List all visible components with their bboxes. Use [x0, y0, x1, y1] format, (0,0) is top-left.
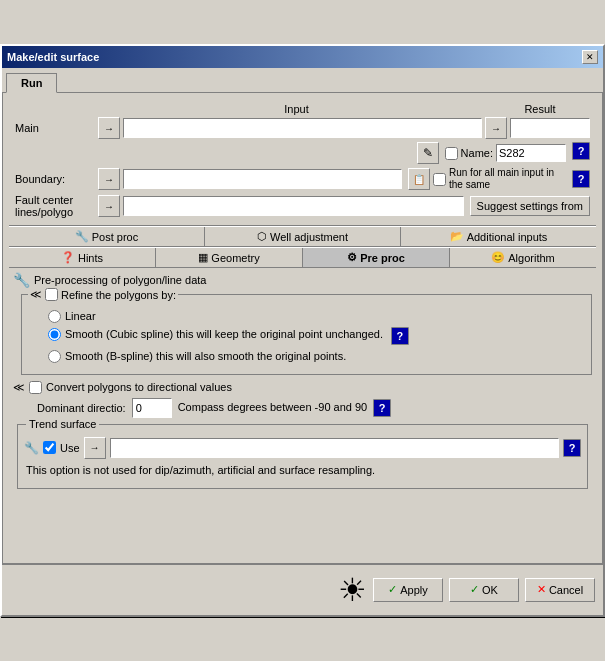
trend-icon: 🔧: [24, 441, 39, 455]
cubic-help-button[interactable]: ?: [391, 327, 409, 345]
trend-legend: Trend surface: [26, 418, 99, 430]
trend-title: Trend surface: [29, 418, 96, 430]
title-bar-controls: ✕: [580, 50, 598, 64]
main-window: Make/edit surface ✕ Run Input Result: [0, 44, 605, 617]
trend-section: Trend surface 🔧 Use → ? This option is n…: [17, 424, 588, 489]
boundary-input-field[interactable]: [123, 169, 402, 189]
pre-proc-title: 🔧 Pre-processing of polygon/line data: [13, 272, 592, 288]
ok-button[interactable]: ✓ OK: [449, 578, 519, 602]
dominant-help-button[interactable]: ?: [373, 399, 391, 417]
toolbar2-item4[interactable]: 😊 Algorithm: [450, 248, 596, 267]
convert-icon: ≪: [13, 381, 25, 394]
toolbar1-item1[interactable]: 🔧 Post proc: [9, 227, 205, 246]
compass-wrap: Compass degrees between -90 and 90: [178, 400, 368, 414]
preproc-section-icon: 🔧: [13, 272, 30, 288]
postproc-label: Post proc: [92, 231, 138, 243]
spacer: [9, 497, 596, 557]
name-input[interactable]: [496, 144, 566, 162]
radio-linear-input[interactable]: [48, 310, 61, 323]
close-button[interactable]: ✕: [582, 50, 598, 64]
cancel-button[interactable]: ✕ Cancel: [525, 578, 595, 602]
tab-bar: Run: [2, 68, 603, 92]
refine-checkbox[interactable]: [45, 288, 58, 301]
main-form-row: Main → →: [15, 117, 590, 139]
refine-icon: ≪: [30, 288, 42, 301]
boundary-form-row: Boundary: → 📋 Run for all main input in …: [15, 167, 590, 191]
toolbar1-item3[interactable]: 📂 Additional inputs: [401, 227, 596, 246]
preproc-section-label: Pre-processing of polygon/line data: [34, 274, 206, 286]
name-label: Name:: [461, 147, 493, 159]
fault-label: Fault center lines/polygo: [15, 194, 95, 218]
toolbar2-item3[interactable]: ⚙ Pre proc: [303, 248, 450, 267]
suggest-button[interactable]: Suggest settings from: [470, 196, 590, 216]
radio-smooth-cubic: Smooth (Cubic spline) this will keep the…: [48, 327, 585, 345]
apply-label: Apply: [400, 584, 428, 596]
radio-bspline-label: Smooth (B-spline) this will also smooth …: [65, 349, 346, 363]
use-input-field[interactable]: [110, 438, 559, 458]
main-input-arrow[interactable]: →: [98, 117, 120, 139]
hints-icon: ❓: [61, 251, 75, 264]
use-help-button[interactable]: ?: [563, 439, 581, 457]
refine-header: ≪ Refine the polygons by:: [28, 288, 178, 301]
addinputs-icon: 📂: [450, 230, 464, 243]
geometry-label: Geometry: [211, 252, 259, 264]
title-bar: Make/edit surface ✕: [2, 46, 603, 68]
radio-cubic-label: Smooth (Cubic spline) this will keep the…: [65, 327, 383, 341]
main-label: Main: [15, 122, 95, 134]
toolbar2-item1[interactable]: ❓ Hints: [9, 248, 156, 267]
boundary-label: Boundary:: [15, 173, 95, 185]
compass-label: Compass degrees between -90 and 90: [178, 400, 368, 414]
toolbar2-item2[interactable]: ▦ Geometry: [156, 248, 303, 267]
fault-input-arrow[interactable]: →: [98, 195, 120, 217]
use-arrow-button[interactable]: →: [84, 437, 106, 459]
ok-label: OK: [482, 584, 498, 596]
ok-check-icon: ✓: [470, 583, 479, 596]
main-result-arrow[interactable]: →: [485, 117, 507, 139]
pencil-button[interactable]: ✎: [417, 142, 439, 164]
convert-checkbox[interactable]: [29, 381, 42, 394]
refine-group: ≪ Refine the polygons by: Linear Smooth …: [21, 294, 592, 375]
fault-input-field[interactable]: [123, 196, 464, 216]
preproc-label: Pre proc: [360, 252, 405, 264]
sun-icon: ☀: [338, 571, 367, 609]
result-header: Result: [524, 103, 555, 115]
run-all-wrap: 📋 Run for all main input in the same ?: [408, 167, 590, 191]
dominant-input[interactable]: [132, 398, 172, 418]
name-help-button[interactable]: ?: [572, 142, 590, 160]
run-all-checkbox[interactable]: [433, 173, 446, 186]
cancel-x-icon: ✕: [537, 583, 546, 596]
window-title: Make/edit surface: [7, 51, 99, 63]
use-checkbox[interactable]: [43, 441, 56, 454]
bottom-bar: ☀ ✓ Apply ✓ OK ✕ Cancel: [2, 564, 603, 615]
geometry-icon: ▦: [198, 251, 208, 264]
apply-button[interactable]: ✓ Apply: [373, 578, 443, 602]
convert-label: Convert polygons to directional values: [46, 381, 232, 393]
dominant-row: Dominant directio: Compass degrees betwe…: [37, 398, 592, 418]
radio-group: Linear Smooth (Cubic spline) this will k…: [48, 309, 585, 364]
headers-row: Input Result: [15, 103, 590, 115]
hints-label: Hints: [78, 252, 103, 264]
radio-cubic-input[interactable]: [48, 328, 61, 341]
main-input-field[interactable]: [123, 118, 482, 138]
sun-wrap: ☀: [10, 571, 367, 609]
dominant-label: Dominant directio:: [37, 402, 126, 414]
boundary-input-arrow[interactable]: →: [98, 168, 120, 190]
trend-info-text: This option is not used for dip/azimuth,…: [26, 463, 579, 478]
radio-linear-label: Linear: [65, 309, 96, 323]
use-row: 🔧 Use → ?: [24, 437, 581, 459]
toolbar1-item2[interactable]: ⬡ Well adjustment: [205, 227, 401, 246]
toolbar2: ❓ Hints ▦ Geometry ⚙ Pre proc 😊 Algorith…: [9, 247, 596, 268]
name-run-row: ✎ Name: ?: [15, 142, 590, 164]
main-result-field[interactable]: [510, 118, 590, 138]
tab-run[interactable]: Run: [6, 73, 57, 93]
boundary-folder-btn[interactable]: 📋: [408, 168, 430, 190]
algorithm-label: Algorithm: [508, 252, 554, 264]
name-checkbox[interactable]: [445, 147, 458, 160]
algorithm-icon: 😊: [491, 251, 505, 264]
radio-bspline-input[interactable]: [48, 350, 61, 363]
radio-linear: Linear: [48, 309, 585, 323]
convert-row: ≪ Convert polygons to directional values: [13, 381, 592, 394]
pre-proc-section: 🔧 Pre-processing of polygon/line data ≪ …: [9, 268, 596, 497]
run-all-help-button[interactable]: ?: [572, 170, 590, 188]
refine-label: Refine the polygons by:: [61, 289, 176, 301]
